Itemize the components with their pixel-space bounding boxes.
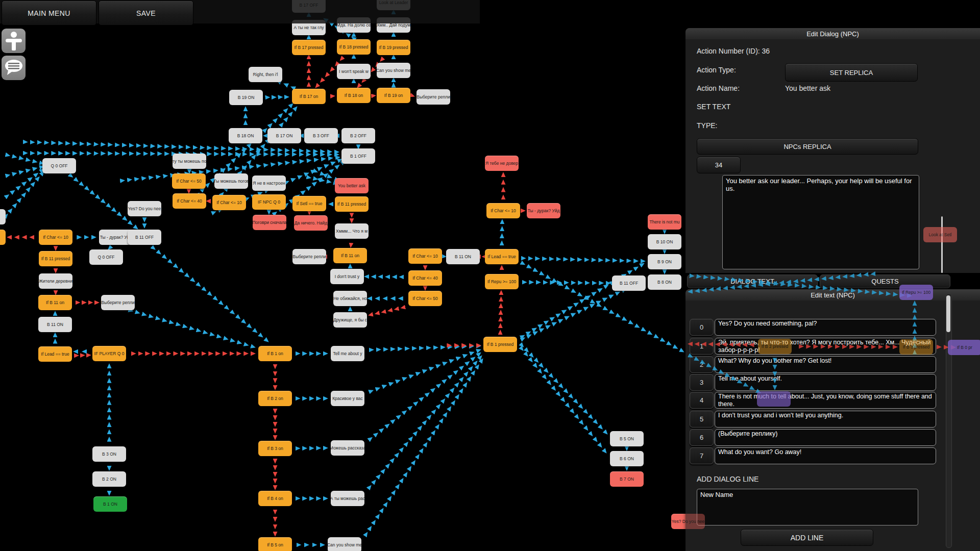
graph-node[interactable]: B 18 ON bbox=[229, 128, 262, 143]
dialog-lines-scroll-thumb[interactable] bbox=[946, 295, 950, 332]
graph-node[interactable]: If Lead == true bbox=[38, 346, 72, 362]
graph-node[interactable]: Я тебе не довер bbox=[485, 156, 519, 171]
new-name-input[interactable]: New Name bbox=[697, 489, 918, 525]
graph-node[interactable]: If Setl == true bbox=[292, 196, 326, 211]
graph-node[interactable]: If B 19 on bbox=[377, 88, 410, 103]
dialog-line-number[interactable]: 0 bbox=[690, 319, 714, 336]
graph-node[interactable]: ту ты можешь по bbox=[173, 154, 206, 169]
add-line-button[interactable]: ADD LINE bbox=[741, 529, 873, 546]
dialog-line-text[interactable]: (Выберите реплику) bbox=[715, 429, 936, 446]
graph-node[interactable]: Выберите репли bbox=[101, 295, 135, 310]
graph-node[interactable]: Can you show me bbox=[377, 63, 410, 78]
dialog-line-text[interactable]: What? Why do you bother me? Get lost! bbox=[715, 356, 936, 373]
dialog-line-text[interactable]: There is not much to tell about... Just,… bbox=[715, 392, 936, 409]
graph-node[interactable]: If Char <= 10 bbox=[39, 230, 72, 245]
graph-node[interactable]: Жители деревни bbox=[39, 273, 72, 289]
graph-node[interactable]: If B 2 on bbox=[258, 391, 292, 406]
graph-node[interactable]: If B 3 pressed bbox=[899, 339, 933, 355]
dialog-line-text[interactable]: Tell me about yourself. bbox=[715, 374, 936, 391]
graph-node[interactable]: If B 18 on bbox=[337, 88, 371, 103]
graph-node[interactable]: Q 0 OFF bbox=[42, 158, 76, 173]
graph-node[interactable]: If Char <= 10 bbox=[212, 195, 246, 210]
graph-node[interactable]: Поговри сначала bbox=[253, 215, 286, 230]
graph-node[interactable]: Хммм... Что я м bbox=[335, 223, 369, 239]
dialog-line-number[interactable]: 6 bbox=[690, 429, 714, 446]
graph-node[interactable]: There is not mu bbox=[648, 214, 681, 230]
dialog-line-text[interactable]: Yes? Do you need something, pal? bbox=[715, 319, 936, 336]
graph-node[interactable]: Выберите репли bbox=[292, 249, 326, 264]
graph-node[interactable]: Look at Setl bbox=[923, 227, 957, 242]
tab-dialog-text[interactable]: DIALOG TEXT bbox=[687, 274, 818, 288]
graph-node[interactable] bbox=[757, 391, 791, 407]
graph-node[interactable]: If B 11 on bbox=[38, 295, 72, 310]
graph-node[interactable]: А ты можешь рас bbox=[331, 491, 364, 506]
dialog-line-number[interactable]: 2 bbox=[690, 356, 714, 373]
graph-node[interactable]: Can you show me bbox=[328, 537, 361, 551]
dialog-line-number[interactable]: 1 bbox=[690, 338, 714, 355]
graph-node[interactable]: If Char <= 40 bbox=[173, 193, 206, 209]
graph-node[interactable]: Ты можешь погов bbox=[214, 173, 248, 189]
graph-node[interactable]: B 5 ON bbox=[610, 431, 644, 446]
graph-node[interactable]: If B 2 pressed bbox=[758, 339, 792, 354]
graph-node[interactable]: B 1 OFF bbox=[341, 148, 375, 164]
dialog-line-text[interactable]: I don't trust you and i won't tell you a… bbox=[715, 411, 936, 428]
graph-node[interactable]: If B 3 on bbox=[258, 441, 292, 456]
graph-node[interactable]: If B 4 on bbox=[258, 491, 292, 506]
graph-node[interactable]: B 17 ON bbox=[267, 128, 301, 143]
graph-node[interactable]: If B 1 on bbox=[258, 346, 292, 361]
dialog-tool-button[interactable] bbox=[2, 56, 26, 80]
graph-node[interactable]: Красивое у вас bbox=[331, 391, 364, 406]
graph-node[interactable]: I don't trust y bbox=[330, 269, 364, 284]
graph-node[interactable]: 0 bbox=[0, 230, 6, 245]
graph-node[interactable]: If B 1 pressed bbox=[483, 337, 517, 352]
replica-text-area[interactable]: You better ask our leader... Perhaps, yo… bbox=[722, 175, 919, 269]
replica-id-field[interactable]: 34 bbox=[697, 157, 741, 173]
graph-node[interactable]: Right, then i'l bbox=[249, 67, 282, 82]
graph-node[interactable]: B 8 ON bbox=[648, 274, 681, 290]
graph-node[interactable]: If B 11 pressed bbox=[335, 196, 369, 212]
dialog-line-number[interactable]: 5 bbox=[690, 411, 714, 428]
graph-node[interactable]: B 7 ON bbox=[610, 471, 644, 487]
graph-node[interactable]: If Char <= 50 bbox=[408, 291, 442, 306]
graph-node[interactable]: If B 11 pressed bbox=[39, 251, 72, 266]
action-type-button[interactable]: SET REPLICA bbox=[785, 63, 918, 82]
graph-node[interactable]: B 3 ON bbox=[92, 446, 126, 462]
character-tool-button[interactable] bbox=[2, 29, 26, 53]
graph-node[interactable]: B 2 OFF bbox=[341, 128, 375, 143]
graph-node[interactable]: If Char <= 40 bbox=[408, 270, 442, 286]
dialog-line-number[interactable]: 7 bbox=[690, 447, 714, 464]
dialog-line-number[interactable]: 3 bbox=[690, 374, 714, 391]
graph-node[interactable]: If B 18 pressed bbox=[337, 39, 371, 55]
graph-node[interactable]: If Repu >= 100 bbox=[899, 285, 933, 300]
graph-node[interactable]: If B 17 on bbox=[292, 89, 326, 104]
replica-type-button[interactable]: NPCs REPLICA bbox=[697, 138, 918, 155]
graph-node[interactable]: I won't speak w bbox=[337, 64, 371, 79]
graph-node[interactable]: Дружище, я бы с bbox=[333, 312, 367, 328]
dialog-line-number[interactable]: 4 bbox=[690, 392, 714, 409]
graph-node[interactable]: If B 17 pressed bbox=[292, 40, 326, 55]
edit-dialog-scrollbar[interactable] bbox=[941, 216, 943, 273]
graph-node[interactable]: Можешь рассказа bbox=[331, 440, 364, 456]
graph-node[interactable]: IF PLAYER Q 0 bbox=[92, 346, 126, 361]
graph-node[interactable]: B 2 ON bbox=[92, 471, 126, 487]
graph-node[interactable]: Да ничего. Найд bbox=[294, 215, 328, 231]
graph-node[interactable]: B 1 ON bbox=[93, 496, 127, 512]
main-menu-button[interactable]: MAIN MENU bbox=[2, 1, 96, 26]
graph-node[interactable]: If Char <= 50 bbox=[172, 173, 206, 189]
dialog-line-text[interactable]: What do you want? Go away! bbox=[715, 447, 936, 464]
graph-node[interactable]: If Char <= 10 bbox=[486, 203, 520, 218]
graph-node[interactable]: IF NPC Q 0 bbox=[252, 194, 286, 210]
graph-node[interactable]: Я не в настроен bbox=[252, 176, 286, 191]
graph-node[interactable]: B 3 OFF bbox=[304, 128, 338, 143]
graph-node[interactable]: B 11 OFF bbox=[612, 276, 646, 291]
graph-node[interactable]: Не обижайся, но bbox=[333, 291, 367, 306]
graph-node[interactable]: Q 0 OFF bbox=[89, 249, 123, 265]
graph-node[interactable]: нас bbox=[0, 209, 6, 224]
graph-node[interactable]: Ты - дурак? Уйд bbox=[527, 203, 560, 218]
graph-node[interactable]: If Lead == true bbox=[485, 249, 519, 264]
save-button[interactable]: SAVE bbox=[99, 1, 193, 26]
graph-node[interactable]: B 11 OFF bbox=[128, 230, 161, 245]
graph-node[interactable]: Tell me about y bbox=[331, 346, 364, 361]
graph-node[interactable]: If B 0 pr bbox=[948, 340, 980, 355]
graph-node[interactable]: If Char <= 10 bbox=[408, 248, 442, 264]
